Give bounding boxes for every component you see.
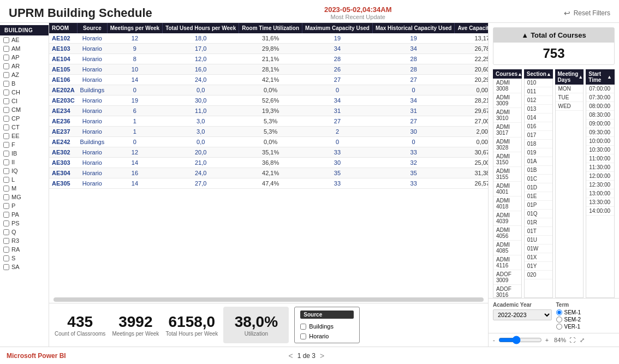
next-page-button[interactable]: >	[320, 351, 324, 360]
list-item[interactable]: 013	[525, 105, 552, 114]
list-item[interactable]: 01A	[525, 157, 552, 166]
zoom-min[interactable]: -	[493, 337, 495, 343]
reset-filters-button[interactable]: ↩ Reset Filters	[564, 9, 610, 17]
table-row[interactable]: AE305 Horario 14 27,0 47,4% 33 33 26,57 …	[49, 178, 488, 189]
sidebar-checkbox-pa[interactable]	[3, 212, 9, 218]
sidebar-item-ii[interactable]: II	[0, 158, 49, 166]
sidebar-item-ps[interactable]: PS	[0, 219, 49, 228]
sidebar-checkbox-s[interactable]	[3, 255, 9, 261]
list-item[interactable]: 12:00:00	[586, 172, 614, 181]
table-row[interactable]: AE106 Horario 14 24,0 42,1% 27 27 20,29 …	[49, 75, 488, 85]
list-item[interactable]: 07:30:00	[586, 93, 614, 102]
table-row[interactable]: AE105 Horario 10 16,0 28,1% 26 28 20,60 …	[49, 64, 488, 75]
sidebar-checkbox-f[interactable]	[3, 142, 9, 148]
sidebar-item-q[interactable]: Q	[0, 228, 49, 236]
table-row[interactable]: AE302 Horario 12 20,0 35,1% 33 33 30,67 …	[49, 147, 488, 158]
list-item[interactable]: 09:00:00	[586, 120, 614, 128]
sidebar-item-sa[interactable]: SA	[0, 262, 49, 271]
list-item[interactable]: 10:30:00	[586, 146, 614, 154]
sidebar-item-p[interactable]: P	[0, 201, 49, 210]
list-item[interactable]: 01D	[525, 183, 552, 192]
legend-horario-checkbox[interactable]	[300, 333, 306, 339]
sidebar-item-ra[interactable]: RA	[0, 245, 49, 254]
sidebar-item-s[interactable]: S	[0, 254, 49, 262]
list-item[interactable]: 14:00:00	[586, 207, 614, 216]
list-item[interactable]: 11:30:00	[586, 163, 614, 172]
list-item[interactable]: 09:30:00	[586, 128, 614, 137]
sidebar-item-m[interactable]: M	[0, 184, 49, 193]
powerbi-link[interactable]: Microsoft Power BI	[7, 352, 66, 360]
meeting-days-list[interactable]: MONTUEWED	[555, 85, 584, 298]
zoom-slider[interactable]	[498, 336, 542, 344]
section-list[interactable]: 01001101201301401601701801901A01B01C01D0…	[524, 79, 553, 298]
sidebar-item-ae[interactable]: AE	[0, 35, 49, 44]
sidebar-item-cp[interactable]: CP	[0, 114, 49, 123]
sidebar-item-f[interactable]: F	[0, 140, 49, 149]
sidebar-item-iq[interactable]: IQ	[0, 166, 49, 175]
term-sem1[interactable]: SEM-1	[556, 309, 615, 315]
sidebar-item-am[interactable]: AM	[0, 44, 49, 53]
term-sem2[interactable]: SEM-2	[556, 317, 615, 323]
sidebar-checkbox-am[interactable]	[3, 46, 9, 52]
sidebar-checkbox-ar[interactable]	[3, 63, 9, 69]
legend-buildings[interactable]: Buildings	[300, 323, 354, 330]
sidebar-checkbox-ib[interactable]	[3, 151, 9, 157]
list-item[interactable]: 017	[525, 131, 552, 140]
list-item[interactable]: 012	[525, 96, 552, 105]
table-row[interactable]: AE202A Buildings 0 0,0 0,0% 0 0 0,00 Lab…	[49, 85, 488, 96]
table-row[interactable]: AE236 Horario 1 3,0 5,3% 27 27 27,00 Sal…	[49, 116, 488, 127]
term-sem1-radio[interactable]	[556, 309, 562, 315]
prev-page-button[interactable]: <	[288, 351, 293, 360]
sidebar-item-l[interactable]: L	[0, 175, 49, 184]
sidebar-item-ct[interactable]: CT	[0, 123, 49, 132]
sidebar-item-ap[interactable]: AP	[0, 53, 49, 62]
zoom-max[interactable]: +	[545, 337, 549, 343]
expand-icon[interactable]: ⤢	[580, 337, 585, 344]
list-item[interactable]: 01X	[525, 253, 552, 262]
data-table-area[interactable]: ROOM Source Meetings per Week Total Used…	[49, 23, 488, 296]
sidebar-checkbox-sa[interactable]	[3, 264, 9, 270]
list-item[interactable]: 01B	[525, 166, 552, 175]
sidebar-checkbox-p[interactable]	[3, 203, 9, 209]
list-item[interactable]: 11:00:00	[586, 154, 614, 163]
sidebar-checkbox-ra[interactable]	[3, 247, 9, 253]
legend-horario[interactable]: Horario	[300, 333, 354, 339]
term-sem2-radio[interactable]	[556, 317, 562, 323]
sidebar-checkbox-ci[interactable]	[3, 98, 9, 104]
table-row[interactable]: AE103 Horario 9 17,0 29,8% 34 34 26,78 L…	[49, 44, 488, 54]
list-item[interactable]: 020	[525, 271, 552, 279]
list-item[interactable]: MON	[556, 85, 584, 93]
sidebar-item-b[interactable]: B	[0, 79, 49, 88]
list-item[interactable]: 01W	[525, 244, 552, 253]
list-item[interactable]: 10:00:00	[586, 137, 614, 146]
sidebar-checkbox-ps[interactable]	[3, 220, 9, 226]
sidebar-checkbox-az[interactable]	[3, 72, 9, 78]
list-item[interactable]: ADMI 3008	[493, 79, 521, 93]
list-item[interactable]: ADMI 3010	[493, 108, 521, 123]
list-item[interactable]: 01U	[525, 236, 552, 244]
sidebar-item-ib[interactable]: IB	[0, 149, 49, 158]
sidebar-checkbox-ae[interactable]	[3, 37, 9, 43]
list-item[interactable]: ADMI 4018	[493, 196, 521, 211]
list-item[interactable]: 019	[525, 148, 552, 157]
courses-list[interactable]: ADMI 3008ADMI 3009ADMI 3010ADMI 3017ADMI…	[493, 79, 522, 298]
sidebar-checkbox-b[interactable]	[3, 81, 9, 87]
sidebar-checkbox-ee[interactable]	[3, 133, 9, 139]
table-row[interactable]: AE234 Horario 6 11,0 19,3% 31 31 29,67 S…	[49, 106, 488, 116]
list-item[interactable]: 010	[525, 79, 552, 87]
list-item[interactable]: 01R	[525, 218, 552, 227]
list-item[interactable]: ADOF 3009	[493, 270, 521, 285]
sidebar-item-r3[interactable]: R3	[0, 236, 49, 245]
list-item[interactable]: 01E	[525, 192, 552, 201]
list-item[interactable]: 13:30:00	[586, 198, 614, 207]
list-item[interactable]: 01Y	[525, 262, 552, 271]
sidebar-item-pa[interactable]: PA	[0, 210, 49, 219]
legend-buildings-checkbox[interactable]	[300, 324, 306, 330]
list-item[interactable]: 01Q	[525, 210, 552, 218]
list-item[interactable]: 07:00:00	[586, 85, 614, 93]
list-item[interactable]: 08:30:00	[586, 111, 614, 120]
academic-year-select[interactable]: 2022-2023 2021-2022 2020-2021	[493, 309, 552, 320]
sidebar-checkbox-ct[interactable]	[3, 124, 9, 130]
sidebar-item-cm[interactable]: CM	[0, 105, 49, 114]
sidebar-checkbox-mg[interactable]	[3, 194, 9, 200]
